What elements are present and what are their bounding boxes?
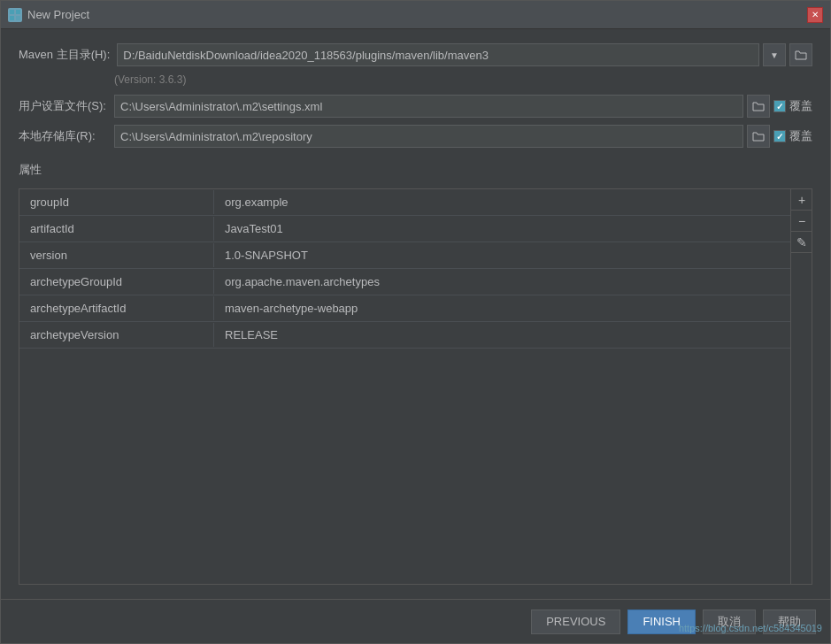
local-repo-label: 本地存储库(R): [19,128,107,144]
properties-container: groupIdorg.exampleartifactIdJavaTest01ve… [19,188,812,585]
user-settings-override-label: 覆盖 [789,98,812,114]
property-value: RELEASE [214,323,790,347]
title-bar: New Project ✕ [1,1,830,29]
local-repo-folder-button[interactable] [747,125,770,148]
edit-property-button[interactable]: ✎ [791,232,812,253]
svg-rect-0 [10,10,14,14]
user-settings-override-checkbox[interactable] [773,100,786,112]
table-row[interactable]: groupIdorg.example [19,189,790,216]
maven-home-label: Maven 主目录(H): [19,47,110,63]
maven-home-input-container: ▼ [117,43,812,66]
user-settings-label: 用户设置文件(S): [19,98,107,114]
table-row[interactable]: archetypeArtifactIdmaven-archetype-webap… [19,295,790,322]
property-key: archetypeGroupId [19,270,214,294]
properties-actions: + − ✎ [790,189,812,584]
maven-dropdown-button[interactable]: ▼ [763,43,786,66]
table-row[interactable]: archetypeVersionRELEASE [19,322,790,349]
dialog-footer: PREVIOUS FINISH 取消 帮助 [1,599,830,643]
maven-version-text: (Version: 3.6.3) [19,73,812,86]
property-key: archetypeVersion [19,323,214,347]
property-value: maven-archetype-webapp [214,296,790,320]
user-settings-input-container: 覆盖 [114,95,812,118]
title-bar-controls: ✕ [807,7,823,23]
table-row[interactable]: archetypeGroupIdorg.apache.maven.archety… [19,269,790,295]
property-value: org.apache.maven.archetypes [214,270,790,294]
main-window: New Project ✕ Maven 主目录(H): ▼ (Version: … [0,0,831,644]
maven-home-row: Maven 主目录(H): ▼ [19,43,812,66]
cancel-button[interactable]: 取消 [703,610,756,634]
remove-property-button[interactable]: − [791,211,812,232]
maven-home-input[interactable] [117,43,759,66]
property-key: groupId [19,190,214,214]
local-repo-row: 本地存储库(R): 覆盖 [19,125,812,148]
local-repo-input[interactable] [114,125,743,148]
properties-table: groupIdorg.exampleartifactIdJavaTest01ve… [19,189,790,584]
user-settings-input[interactable] [114,95,743,118]
user-settings-override: 覆盖 [773,98,812,114]
local-repo-input-container: 覆盖 [114,125,812,148]
user-settings-row: 用户设置文件(S): 覆盖 [19,95,812,118]
maven-folder-button[interactable] [789,43,812,66]
property-value: JavaTest01 [214,217,790,241]
table-row[interactable]: version1.0-SNAPSHOT [19,242,790,269]
property-value: org.example [214,190,790,214]
svg-rect-1 [16,10,20,14]
property-key: artifactId [19,217,214,241]
window-title: New Project [27,8,89,21]
help-button[interactable]: 帮助 [763,610,816,634]
local-repo-override: 覆盖 [773,128,812,144]
table-row[interactable]: artifactIdJavaTest01 [19,216,790,242]
add-property-button[interactable]: + [791,189,812,211]
close-button[interactable]: ✕ [807,7,823,23]
property-value: 1.0-SNAPSHOT [214,243,790,267]
local-repo-override-checkbox[interactable] [773,130,786,142]
property-key: archetypeArtifactId [19,296,214,320]
finish-button[interactable]: FINISH [627,610,696,634]
local-repo-override-label: 覆盖 [789,128,812,144]
properties-section-title: 属性 [19,162,812,178]
app-icon [8,8,22,22]
previous-button[interactable]: PREVIOUS [531,610,620,634]
dialog-content: Maven 主目录(H): ▼ (Version: 3.6.3) 用户设置文件(… [1,29,830,599]
svg-rect-2 [10,16,14,20]
title-bar-left: New Project [8,8,89,22]
user-settings-folder-button[interactable] [747,95,770,118]
svg-rect-3 [16,16,20,20]
property-key: version [19,243,214,267]
